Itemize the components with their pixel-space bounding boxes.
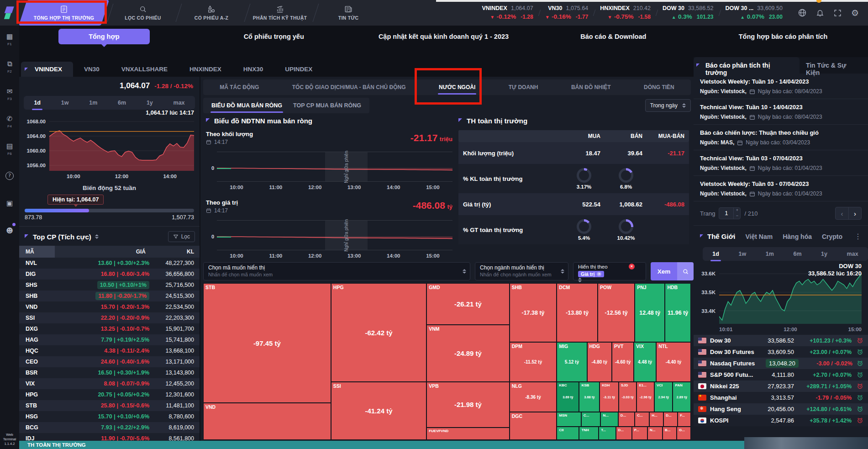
timeframe-button[interactable]: 6m xyxy=(789,248,805,259)
treemap-cell[interactable]: VCI 2.94 tỷ xyxy=(654,382,673,412)
timeframe-button[interactable]: 1d xyxy=(30,97,44,108)
timeframe-button[interactable]: 1y xyxy=(143,97,157,108)
treemap-cell[interactable]: POW -12.56 tỷ xyxy=(598,283,635,342)
table-row[interactable]: HQC 4.38 | -0.11/-2.4% 13,668,100 xyxy=(19,345,200,356)
alarm-clock-icon[interactable] xyxy=(852,337,863,344)
center-tab[interactable]: DÒNG TIỀN xyxy=(643,80,675,94)
treemap-cell[interactable]: DCM -13.80 tỷ xyxy=(557,283,598,342)
timeframe-button[interactable]: 1w xyxy=(735,248,750,259)
gear-icon[interactable]: ⚙ xyxy=(851,8,859,18)
filter-button[interactable]: Lọc xyxy=(168,231,195,242)
treemap-cell[interactable]: CII xyxy=(557,427,579,440)
timeframe-button[interactable]: 1m xyxy=(762,248,778,259)
treemap-cell[interactable]: MSN xyxy=(557,412,581,427)
world-index-row[interactable]: Dow 30 33,586.52 +101.23 / +0.3% xyxy=(694,335,868,346)
treemap-cell[interactable]: GMD -26.21 tỷ xyxy=(426,283,510,325)
treemap-cell[interactable]: B... xyxy=(663,427,677,440)
table-row[interactable]: CEO 24.60 | -0.40/-1.6% 13,171,000 xyxy=(19,356,200,367)
industry-select[interactable]: Chọn ngành muốn hiển thị Nhấn để chọn ng… xyxy=(475,262,568,280)
center-tab[interactable]: TỐC ĐỘ GIAO DỊCH/MUA - BÁN CHỦ ĐỘNG xyxy=(291,80,407,94)
table-row[interactable]: NVL 13.60 | +0.30/+2.3% 48,227,300 xyxy=(19,258,200,269)
sidebar-item[interactable]: ⧉ F2 xyxy=(0,53,19,80)
world-index-row[interactable]: KOSPI 2,547.86 +35.78 / +1.42% xyxy=(694,415,868,426)
period-select[interactable]: Trong ngày xyxy=(645,99,691,112)
prev-page-button[interactable]: ‹ xyxy=(836,207,848,219)
table-row[interactable]: BCG 7.93 | +0.22/+2.9% 8,619,000 xyxy=(19,422,200,433)
table-row[interactable]: BSR 16.50 | +0.30/+1.9% 13,143,800 xyxy=(19,367,200,378)
world-index-row[interactable]: Nikkei 225 27,923.37 +289.71 / +1.05% xyxy=(694,380,868,392)
main-tab[interactable]: Tổng hợp báo cáo phân tích xyxy=(698,33,868,40)
world-tab[interactable]: Hàng hóa xyxy=(783,233,812,240)
report-item[interactable]: Báo cáo chiến lược: Thuận theo chiều gió… xyxy=(694,125,868,150)
treemap-cell[interactable]: DGC xyxy=(510,412,557,440)
report-item[interactable]: Technical View: Tuần 10 - 14/04/2023 Ngu… xyxy=(694,99,868,125)
treemap-cell[interactable]: KDH -3.11 tỷ xyxy=(600,382,619,412)
table-row[interactable]: SHB 11.80 | -0.20/-1.7% 24,515,300 xyxy=(19,291,200,301)
table-row[interactable]: VIX 8.08 | -0.07/-0.9% 12,455,200 xyxy=(19,378,200,389)
center-tab[interactable]: MÃ TÁC ĐỘNG xyxy=(219,80,260,94)
alarm-clock-icon[interactable] xyxy=(852,371,863,378)
report-tab[interactable]: Tin Tức & Sự Kiện xyxy=(800,57,868,74)
center-tab[interactable]: TỰ DOANH xyxy=(508,80,539,94)
treemap-cell[interactable]: D... xyxy=(616,427,632,440)
main-tab[interactable]: Cập nhật kết quả kinh doanh quý 1 - 2023 xyxy=(359,33,529,40)
index-tab[interactable]: UPINDEX xyxy=(274,62,323,77)
table-row[interactable]: SSI 22.20 | -0.20/-0.9% 22,203,300 xyxy=(19,312,200,323)
index-tab[interactable]: VNXALLSHARE xyxy=(110,62,179,77)
timeframe-button[interactable]: 1w xyxy=(58,97,73,108)
table-row[interactable]: DXG 13.25 | -0.10/-0.7% 15,901,700 xyxy=(19,323,200,334)
alarm-clock-icon[interactable] xyxy=(852,383,863,390)
main-tab[interactable]: Tổng hợp xyxy=(19,29,189,44)
index-tab[interactable]: VNINDEX xyxy=(21,62,73,77)
display-by-select[interactable]: Hiển thị theo Giá trị× × xyxy=(573,262,646,280)
news-video-thumbnail[interactable] xyxy=(744,437,868,449)
report-item[interactable]: Vietstock Weekly: Tuần 03 - 07/04/2023 N… xyxy=(694,176,868,201)
report-tab[interactable]: Báo cáo phân tích thị trường xyxy=(694,57,800,74)
treemap-cell[interactable]: PNJ 12.48 tỷ xyxy=(635,283,665,342)
search-button[interactable] xyxy=(677,262,694,280)
treemap-cell[interactable]: D... xyxy=(618,412,635,427)
index-ticker[interactable]: VNINDEX 1,064.07 ▼ -0.12% -1.28 xyxy=(476,5,539,21)
alarm-clock-icon[interactable] xyxy=(852,417,863,424)
index-tab[interactable]: VN30 xyxy=(73,62,110,77)
treemap-cell[interactable]: D... xyxy=(663,412,678,427)
treemap-cell[interactable]: G... xyxy=(677,427,691,440)
nav-tab-market-summary[interactable]: TỔNG HỢP THỊ TRƯỜNG xyxy=(19,0,109,26)
table-row[interactable]: SHS 10.50 | +0.10/+1% 25,716,500 xyxy=(19,280,200,291)
alarm-clock-icon[interactable] xyxy=(852,360,863,367)
treemap-cell[interactable]: T... xyxy=(599,427,615,440)
treemap-cell[interactable]: P... xyxy=(632,427,647,440)
report-item[interactable]: Technical View: Tuần 03 - 07/04/2023 Ngu… xyxy=(694,150,868,176)
treemap-cell[interactable]: VIX 4.48 tỷ xyxy=(634,342,656,382)
treemap-cell[interactable]: C... xyxy=(581,412,601,427)
alarm-clock-icon[interactable] xyxy=(852,349,863,355)
treemap-cell[interactable]: VND xyxy=(203,403,331,440)
treemap-cell[interactable]: SSI -41.24 tỷ xyxy=(331,382,426,440)
world-tab[interactable]: Thế Giới xyxy=(700,232,736,240)
treemap-cell[interactable]: SJD -3.03 tỷ xyxy=(619,382,637,412)
col-header-code[interactable]: MÃ xyxy=(19,246,55,258)
world-index-row[interactable]: Nasdaq Futures 13,048.20 -3.00 / -0.02% xyxy=(694,358,868,369)
timeframe-button[interactable]: 6m xyxy=(114,97,130,108)
next-page-button[interactable]: › xyxy=(848,207,861,219)
treemap-cell[interactable]: PAN 2.89 tỷ xyxy=(673,382,691,412)
index-ticker[interactable]: HNXINDEX 210.42 ▼ -0.75% -1.58 xyxy=(594,5,657,21)
sidebar-item[interactable]: ▦ F1 xyxy=(0,26,19,53)
col-header-price[interactable]: GIÁ xyxy=(55,246,149,258)
remove-tag-icon[interactable]: × xyxy=(597,272,601,276)
treemap-cell[interactable]: F... xyxy=(678,412,691,427)
sub-tab[interactable]: BIỂU ĐỒ MUA BÁN RÒNG xyxy=(206,99,288,112)
treemap-cell[interactable]: KBC 3.69 tỷ xyxy=(557,382,579,412)
sidebar-item[interactable]: ✉ F3 xyxy=(0,80,19,108)
sort-icon[interactable] xyxy=(95,234,99,239)
bell-icon[interactable] xyxy=(816,8,824,17)
table-row[interactable]: HPG 20.75 | +0.05/+0.2% 12,301,600 xyxy=(19,389,200,400)
page-stepper[interactable]: +− xyxy=(733,208,740,219)
table-row[interactable]: HSG 15.70 | +0.10/+0.6% 8,780,600 xyxy=(19,411,200,422)
clear-icon[interactable]: × xyxy=(629,264,635,269)
sidebar-item[interactable]: ▣ xyxy=(0,190,19,217)
treemap-cell[interactable]: VNM -24.89 tỷ xyxy=(426,325,510,382)
timeframe-button[interactable]: max xyxy=(170,97,189,108)
sidebar-item[interactable]: ☻ xyxy=(0,217,19,245)
fullscreen-icon[interactable] xyxy=(833,9,842,17)
